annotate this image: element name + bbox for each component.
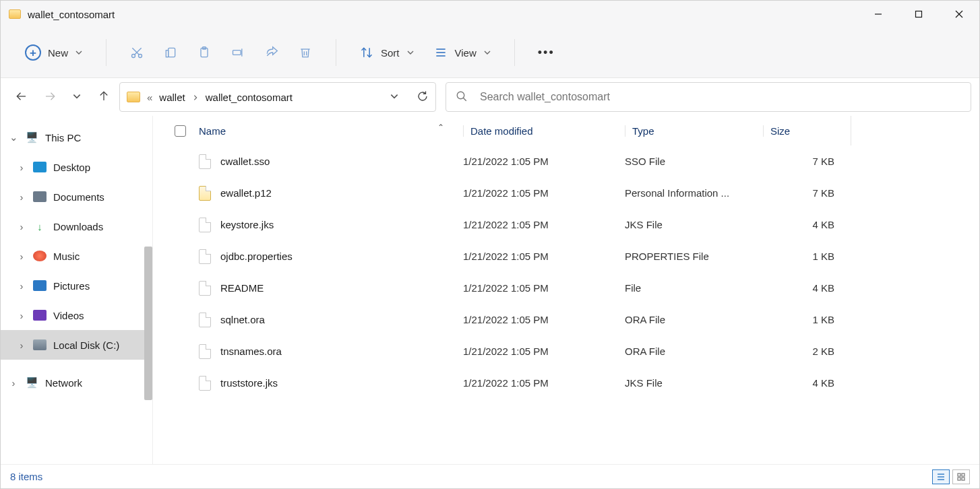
sort-button[interactable]: Sort <box>353 41 421 64</box>
maximize-button[interactable] <box>898 1 939 28</box>
file-icon <box>199 186 211 201</box>
delete-button[interactable] <box>291 41 319 64</box>
file-name: cwallet.sso <box>220 156 270 167</box>
file-name: keystore.jks <box>220 219 274 230</box>
sidebar-pictures[interactable]: › Pictures <box>1 271 152 300</box>
breadcrumb-wallet[interactable]: wallet <box>159 92 185 103</box>
file-row[interactable]: keystore.jks1/21/2022 1:05 PMJKS File4 K… <box>153 209 979 240</box>
file-date: 1/21/2022 1:05 PM <box>463 346 625 357</box>
copy-button[interactable] <box>156 41 185 64</box>
sidebar-desktop[interactable]: › Desktop <box>1 152 152 182</box>
view-button[interactable]: View <box>427 41 498 64</box>
chevron-down-icon: ⌄ <box>9 131 18 143</box>
file-size: 2 KB <box>763 346 851 357</box>
sidebar-music[interactable]: › Music <box>1 241 152 271</box>
file-date: 1/21/2022 1:05 PM <box>463 187 625 199</box>
file-icon <box>199 376 211 391</box>
file-name: ojdbc.properties <box>220 251 293 262</box>
forward-button[interactable] <box>44 90 56 104</box>
file-type: JKS File <box>625 377 763 389</box>
more-button[interactable]: ••• <box>531 42 561 64</box>
plus-icon: + <box>25 44 41 61</box>
chevron-down-icon <box>406 48 415 57</box>
close-button[interactable] <box>939 1 979 28</box>
file-type: JKS File <box>625 219 763 230</box>
sidebar-videos[interactable]: › Videos <box>1 300 152 330</box>
svg-rect-29 <box>958 474 960 476</box>
scissors-icon <box>129 45 144 60</box>
back-button[interactable] <box>16 90 28 104</box>
file-type: ORA File <box>625 346 763 357</box>
share-button[interactable] <box>257 41 286 64</box>
chevron-right-icon <box>192 92 199 103</box>
file-row[interactable]: sqlnet.ora1/21/2022 1:05 PMORA File1 KB <box>153 304 979 335</box>
up-button[interactable] <box>98 90 110 104</box>
separator <box>336 39 336 66</box>
column-size[interactable]: Size <box>763 125 851 137</box>
search-icon <box>456 90 468 104</box>
chevron-right-icon: › <box>17 162 26 173</box>
search-box[interactable] <box>446 82 971 112</box>
sidebar-documents[interactable]: › Documents <box>1 182 152 211</box>
sidebar: ⌄ 🖥️ This PC › Desktop › Documents › ↓ D… <box>1 116 153 464</box>
chevron-right-icon: › <box>17 221 26 232</box>
file-icon <box>199 218 211 232</box>
file-size: 4 KB <box>763 219 851 230</box>
explorer-window: wallet_contosomart + New Sort View <box>0 0 980 489</box>
file-row[interactable]: README1/21/2022 1:05 PMFile4 KB <box>153 272 979 304</box>
copy-icon <box>163 45 178 60</box>
minimize-button[interactable] <box>858 1 898 28</box>
search-input[interactable] <box>479 90 961 104</box>
folder-icon <box>9 9 21 19</box>
svg-line-25 <box>463 98 466 101</box>
column-name[interactable]: Name ⌃ <box>199 125 463 137</box>
file-date: 1/21/2022 1:05 PM <box>463 156 625 167</box>
titlebar: wallet_contosomart <box>1 1 979 28</box>
breadcrumb-current[interactable]: wallet_contosomart <box>206 92 293 103</box>
new-button[interactable]: + New <box>18 40 90 65</box>
cut-button[interactable] <box>123 41 151 64</box>
svg-rect-9 <box>166 51 168 57</box>
separator <box>106 39 106 66</box>
column-date[interactable]: Date modified <box>463 125 625 137</box>
file-row[interactable]: ewallet.p121/21/2022 1:05 PMPersonal Inf… <box>153 177 979 209</box>
new-label: New <box>48 47 68 59</box>
file-row[interactable]: truststore.jks1/21/2022 1:05 PMJKS File4… <box>153 367 979 399</box>
overflow-chevrons[interactable]: « <box>147 92 152 103</box>
file-icon <box>199 281 211 296</box>
file-name: ewallet.p12 <box>220 187 272 199</box>
status-bar: 8 items <box>1 464 979 488</box>
videos-icon <box>33 310 47 321</box>
music-icon <box>33 251 47 261</box>
file-name: sqlnet.ora <box>220 314 265 325</box>
file-size: 1 KB <box>763 251 851 262</box>
thumbnails-view-toggle[interactable] <box>952 469 970 484</box>
sidebar-this-pc[interactable]: ⌄ 🖥️ This PC <box>1 123 152 152</box>
file-type: PROPERTIES File <box>625 251 763 262</box>
file-name: truststore.jks <box>220 377 278 389</box>
sidebar-downloads[interactable]: › ↓ Downloads <box>1 211 152 241</box>
file-size: 7 KB <box>763 156 851 167</box>
documents-icon <box>33 191 47 202</box>
recent-dropdown[interactable] <box>72 92 82 103</box>
sidebar-network[interactable]: › 🖥️ Network <box>1 368 152 397</box>
chevron-down-icon <box>483 48 491 57</box>
downloads-icon: ↓ <box>33 221 47 232</box>
clipboard-icon <box>197 45 212 60</box>
file-row[interactable]: cwallet.sso1/21/2022 1:05 PMSSO File7 KB <box>153 145 979 177</box>
file-row[interactable]: tnsnames.ora1/21/2022 1:05 PMORA File2 K… <box>153 335 979 367</box>
file-type: File <box>625 282 763 294</box>
select-all-checkbox[interactable] <box>175 125 199 137</box>
address-dropdown[interactable] <box>390 92 399 103</box>
details-view-toggle[interactable] <box>932 469 950 484</box>
column-type[interactable]: Type <box>625 125 763 137</box>
rename-button[interactable] <box>224 41 252 64</box>
separator <box>514 39 515 66</box>
paste-button[interactable] <box>190 41 218 64</box>
refresh-button[interactable] <box>417 90 429 104</box>
file-row[interactable]: ojdbc.properties1/21/2022 1:05 PMPROPERT… <box>153 240 979 272</box>
chevron-right-icon: › <box>17 339 26 351</box>
sidebar-local-disk-c[interactable]: › Local Disk (C:) <box>1 330 152 360</box>
scrollbar[interactable] <box>144 247 152 400</box>
address-bar[interactable]: « wallet wallet_contosomart <box>119 82 436 112</box>
